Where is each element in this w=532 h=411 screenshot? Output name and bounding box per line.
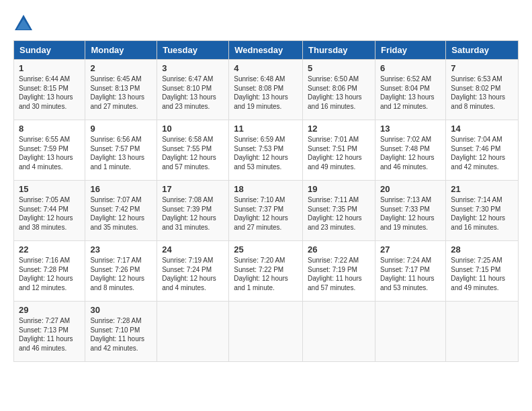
cell-sunset: Sunset: 7:42 PM — [90, 205, 140, 213]
cell-sunrise: Sunrise: 7:14 AM — [451, 196, 502, 203]
calendar-cell — [157, 302, 229, 362]
calendar-cell: 24Sunrise: 7:19 AMSunset: 7:24 PMDayligh… — [157, 241, 229, 302]
cell-sunrise: Sunrise: 6:44 AM — [19, 75, 70, 83]
cell-sunset: Sunset: 7:17 PM — [380, 266, 430, 273]
cell-sunrise: Sunrise: 7:16 AM — [19, 257, 70, 264]
cell-sunrise: Sunrise: 6:45 AM — [90, 75, 141, 83]
page-header — [13, 13, 519, 34]
cell-sunset: Sunset: 8:15 PM — [19, 85, 69, 92]
day-number: 17 — [162, 184, 224, 194]
day-number: 19 — [308, 184, 370, 194]
cell-sunrise: Sunrise: 7:20 AM — [234, 257, 285, 264]
cell-daylight: Daylight: 13 hours and 19 minutes. — [234, 93, 288, 110]
calendar-cell: 26Sunrise: 7:22 AMSunset: 7:19 PMDayligh… — [303, 241, 375, 302]
cell-sunrise: Sunrise: 6:50 AM — [308, 75, 359, 83]
calendar-week-row: 15Sunrise: 7:05 AMSunset: 7:44 PMDayligh… — [14, 181, 519, 241]
day-number: 7 — [451, 63, 513, 73]
calendar-week-row: 8Sunrise: 6:55 AMSunset: 7:59 PMDaylight… — [14, 120, 519, 181]
day-number: 30 — [90, 305, 152, 315]
calendar-cell: 9Sunrise: 6:56 AMSunset: 7:57 PMDaylight… — [85, 120, 157, 181]
day-number: 27 — [380, 244, 441, 255]
day-number: 6 — [380, 63, 441, 73]
calendar-cell: 3Sunrise: 6:47 AMSunset: 8:10 PMDaylight… — [157, 60, 229, 120]
calendar-cell: 14Sunrise: 7:04 AMSunset: 7:46 PMDayligh… — [446, 120, 519, 181]
calendar-cell: 7Sunrise: 6:53 AMSunset: 8:02 PMDaylight… — [446, 60, 519, 120]
day-number: 16 — [90, 184, 152, 194]
cell-sunset: Sunset: 7:51 PM — [308, 145, 357, 152]
calendar-cell: 10Sunrise: 6:58 AMSunset: 7:55 PMDayligh… — [157, 120, 229, 181]
cell-sunrise: Sunrise: 7:28 AM — [90, 317, 141, 324]
header-sunday: Sunday — [14, 41, 85, 60]
cell-sunrise: Sunrise: 7:25 AM — [451, 257, 502, 264]
cell-sunrise: Sunrise: 7:04 AM — [451, 136, 502, 143]
header-monday: Monday — [85, 41, 157, 60]
calendar-cell: 16Sunrise: 7:07 AMSunset: 7:42 PMDayligh… — [85, 181, 157, 241]
day-number: 20 — [380, 184, 441, 194]
cell-sunset: Sunset: 7:39 PM — [162, 205, 212, 213]
day-number: 24 — [162, 244, 224, 255]
cell-daylight: Daylight: 12 hours and 1 minute. — [234, 275, 288, 291]
cell-sunrise: Sunrise: 7:11 AM — [308, 196, 359, 203]
cell-sunrise: Sunrise: 7:07 AM — [90, 196, 141, 203]
cell-daylight: Daylight: 12 hours and 35 minutes. — [90, 214, 144, 231]
day-number: 5 — [308, 63, 370, 73]
cell-daylight: Daylight: 11 hours and 57 minutes. — [308, 275, 362, 291]
calendar-cell: 18Sunrise: 7:10 AMSunset: 7:37 PMDayligh… — [229, 181, 303, 241]
cell-sunset: Sunset: 7:30 PM — [451, 205, 500, 213]
cell-daylight: Daylight: 12 hours and 12 minutes. — [19, 275, 73, 291]
cell-daylight: Daylight: 13 hours and 12 minutes. — [380, 93, 435, 110]
header-friday: Friday — [375, 41, 445, 60]
cell-sunset: Sunset: 7:28 PM — [19, 266, 69, 273]
day-number: 23 — [90, 244, 152, 255]
calendar-cell — [375, 302, 445, 362]
day-number: 18 — [234, 184, 298, 194]
cell-sunrise: Sunrise: 7:19 AM — [162, 257, 213, 264]
calendar-cell: 20Sunrise: 7:13 AMSunset: 7:33 PMDayligh… — [375, 181, 445, 241]
header-tuesday: Tuesday — [157, 41, 229, 60]
cell-daylight: Daylight: 12 hours and 27 minutes. — [234, 214, 288, 231]
cell-sunset: Sunset: 7:22 PM — [234, 266, 283, 273]
cell-sunrise: Sunrise: 6:47 AM — [162, 75, 213, 83]
cell-sunrise: Sunrise: 7:27 AM — [19, 317, 70, 324]
cell-sunset: Sunset: 7:26 PM — [90, 266, 140, 273]
cell-sunrise: Sunrise: 6:52 AM — [380, 75, 431, 83]
cell-daylight: Daylight: 12 hours and 38 minutes. — [19, 214, 73, 231]
day-number: 13 — [380, 124, 441, 134]
calendar-cell: 29Sunrise: 7:27 AMSunset: 7:13 PMDayligh… — [14, 302, 85, 362]
cell-sunset: Sunset: 7:37 PM — [234, 205, 283, 213]
calendar-header-row: SundayMondayTuesdayWednesdayThursdayFrid… — [14, 41, 519, 60]
header-saturday: Saturday — [446, 41, 519, 60]
cell-sunset: Sunset: 7:48 PM — [380, 145, 430, 152]
cell-sunrise: Sunrise: 6:56 AM — [90, 136, 141, 143]
cell-sunset: Sunset: 8:02 PM — [451, 85, 500, 92]
cell-sunrise: Sunrise: 7:24 AM — [380, 257, 431, 264]
calendar-cell: 4Sunrise: 6:48 AMSunset: 8:08 PMDaylight… — [229, 60, 303, 120]
calendar-cell: 23Sunrise: 7:17 AMSunset: 7:26 PMDayligh… — [85, 241, 157, 302]
calendar-cell — [229, 302, 303, 362]
calendar-cell: 19Sunrise: 7:11 AMSunset: 7:35 PMDayligh… — [303, 181, 375, 241]
cell-daylight: Daylight: 13 hours and 16 minutes. — [308, 93, 362, 110]
day-number: 4 — [234, 63, 298, 73]
cell-sunset: Sunset: 7:13 PM — [19, 326, 69, 334]
cell-daylight: Daylight: 12 hours and 31 minutes. — [162, 214, 216, 231]
calendar-week-row: 29Sunrise: 7:27 AMSunset: 7:13 PMDayligh… — [14, 302, 519, 362]
cell-daylight: Daylight: 11 hours and 42 minutes. — [90, 335, 144, 352]
cell-daylight: Daylight: 13 hours and 8 minutes. — [451, 93, 505, 110]
cell-daylight: Daylight: 12 hours and 49 minutes. — [308, 154, 362, 171]
cell-sunrise: Sunrise: 6:48 AM — [234, 75, 285, 83]
calendar-cell: 27Sunrise: 7:24 AMSunset: 7:17 PMDayligh… — [375, 241, 445, 302]
calendar-week-row: 22Sunrise: 7:16 AMSunset: 7:28 PMDayligh… — [14, 241, 519, 302]
cell-sunset: Sunset: 7:59 PM — [19, 145, 69, 152]
cell-sunset: Sunset: 7:57 PM — [90, 145, 140, 152]
day-number: 10 — [162, 124, 224, 134]
cell-sunset: Sunset: 7:53 PM — [234, 145, 283, 152]
day-number: 2 — [90, 63, 152, 73]
day-number: 28 — [451, 244, 513, 255]
calendar-cell: 25Sunrise: 7:20 AMSunset: 7:22 PMDayligh… — [229, 241, 303, 302]
calendar-cell: 2Sunrise: 6:45 AMSunset: 8:13 PMDaylight… — [85, 60, 157, 120]
cell-sunrise: Sunrise: 7:02 AM — [380, 136, 431, 143]
cell-sunrise: Sunrise: 6:53 AM — [451, 75, 502, 83]
cell-sunset: Sunset: 7:15 PM — [451, 266, 500, 273]
day-number: 15 — [19, 184, 80, 194]
calendar-week-row: 1Sunrise: 6:44 AMSunset: 8:15 PMDaylight… — [14, 60, 519, 120]
